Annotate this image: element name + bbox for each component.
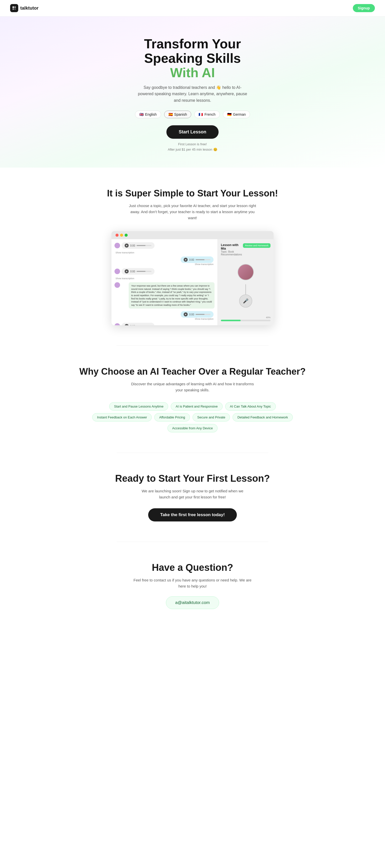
navbar: talktutor Signup: [0, 0, 385, 17]
svg-rect-0: [12, 6, 14, 8]
why-description: Discover the unique advantages of learni…: [129, 381, 256, 393]
feature-any-device: Accessible from Any Device: [168, 424, 217, 432]
mic-icon: 🎤: [243, 298, 248, 304]
ai-avatar-1: [115, 243, 120, 248]
label-spanish: Spanish: [174, 113, 187, 117]
user-audio-row-2: ▶ 0:00 Show transcription: [115, 311, 214, 320]
user-time-2: 0:00: [189, 313, 194, 316]
lesson-header: Lesson with Mia Topic: Book Recommendati…: [221, 243, 270, 256]
ready-section: Ready to Start Your First Lesson? We are…: [0, 453, 385, 542]
audio-player-3[interactable]: ▶ 0:00: [122, 323, 154, 325]
email-link[interactable]: a@aitalktutor.com: [166, 596, 219, 609]
teacher-panel: Lesson with Mia Topic: Book Recommendati…: [218, 239, 273, 325]
progress-track: [221, 320, 270, 321]
ready-heading: Ready to Start Your First Lesson?: [10, 473, 375, 484]
language-selector: 🇬🇧 English 🇪🇸 Spanish 🇫🇷 French 🇩🇪 Germa…: [10, 111, 375, 118]
transcript-link-4[interactable]: Show transcription: [194, 318, 213, 320]
ready-description: We are launching soon! Sign up now to ge…: [137, 488, 248, 500]
hero-accent: With AI: [170, 65, 215, 80]
feature-detailed-feedback: Detailed Feedback and Homework: [233, 413, 293, 422]
user-audio-player-2[interactable]: ▶ 0:00: [181, 311, 213, 318]
hero-section: Transform Your Speaking Skills With AI S…: [0, 17, 385, 167]
start-lesson-button[interactable]: Start Lesson: [167, 125, 218, 139]
user-audio-row: ▶ 0:00 Show transcription: [115, 256, 214, 266]
lesson-topic: Topic: Book Recommendations: [221, 250, 243, 256]
ai-audio-row-1: ▶ 0:00: [115, 242, 214, 249]
user-waveform-2: [196, 314, 210, 315]
browser-dot-green: [125, 234, 128, 237]
simple-description: Just choose a topic, pick your favorite …: [127, 203, 258, 221]
transcript-link-2[interactable]: Show transcription: [194, 263, 213, 266]
lang-german[interactable]: 🇩🇪 German: [223, 111, 250, 118]
label-german: German: [233, 113, 246, 117]
logo[interactable]: talktutor: [10, 4, 38, 12]
connector-line: [245, 284, 246, 294]
logo-icon: [10, 4, 18, 12]
lang-french[interactable]: 🇫🇷 French: [194, 111, 220, 118]
time-1: 0:00: [130, 244, 135, 247]
progress-container: 40%: [221, 316, 270, 321]
why-section: Why Choose an AI Teacher Over a Regular …: [0, 346, 385, 453]
feature-any-topic: AI Can Talk About Any Topic: [225, 402, 276, 411]
browser-bar: [112, 231, 273, 239]
feedback-bubble: Your response was good, but there are a …: [129, 282, 214, 309]
signup-button[interactable]: Signup: [353, 4, 375, 12]
progress-label: 40%: [221, 316, 270, 319]
cta-button[interactable]: Take the first free lesson today!: [148, 508, 237, 522]
lesson-title: Lesson with Mia: [221, 243, 243, 250]
feedback-row: Your response was good, but there are a …: [115, 282, 214, 309]
svg-rect-1: [14, 6, 16, 8]
flag-french: 🇫🇷: [199, 113, 203, 117]
flag-english: 🇬🇧: [139, 113, 144, 117]
faq-heading: Have a Question?: [10, 562, 375, 573]
time-2: 0:00: [130, 270, 135, 273]
ai-avatar-3: [115, 282, 120, 288]
flag-german: 🇩🇪: [227, 113, 232, 117]
feature-tags: Start and Pause Lessons Anytime AI is Pa…: [91, 402, 294, 432]
feature-secure: Secure and Private: [192, 413, 230, 422]
review-button[interactable]: Review and Homework: [243, 243, 270, 248]
label-english: English: [145, 113, 157, 117]
label-french: French: [204, 113, 215, 117]
user-time: 0:00: [189, 258, 194, 261]
feature-pricing: Affordable Pricing: [154, 413, 190, 422]
audio-player-2[interactable]: ▶ 0:00: [122, 268, 154, 275]
lang-english[interactable]: 🇬🇧 English: [135, 111, 161, 118]
user-waveform: [196, 259, 210, 260]
why-heading: Why Choose an AI Teacher Over a Regular …: [10, 366, 375, 377]
feature-start-pause: Start and Pause Lessons Anytime: [109, 402, 168, 411]
transcript-link-1[interactable]: Show transcription: [115, 251, 214, 254]
waveform-2: [137, 271, 151, 272]
lang-spanish[interactable]: 🇪🇸 Spanish: [164, 111, 191, 118]
browser-dot-red: [116, 234, 119, 237]
play-button-3[interactable]: ▶: [125, 324, 129, 325]
logo-text: talktutor: [20, 6, 38, 11]
faq-description: Feel free to contact us if you have any …: [129, 577, 256, 589]
ai-audio-row-3: ▶ 0:00: [115, 323, 214, 325]
feature-feedback: Instant Feedback on Each Answer: [92, 413, 152, 422]
faq-section: Have a Question? Feel free to contact us…: [0, 542, 385, 629]
user-play-btn[interactable]: ▶: [184, 258, 188, 262]
mic-button[interactable]: 🎤: [239, 294, 252, 308]
audio-player-1[interactable]: ▶ 0:00: [122, 242, 154, 249]
teacher-avatar-img: [238, 265, 253, 280]
subtext-free: First Lesson is free!: [10, 142, 375, 147]
ai-avatar-4: [115, 323, 120, 325]
flag-spanish: 🇪🇸: [169, 113, 173, 117]
start-button-wrapper: Start Lesson: [10, 125, 375, 142]
transcript-link-3[interactable]: Show transcription: [115, 277, 214, 280]
play-button-2[interactable]: ▶: [125, 269, 129, 273]
play-button-1[interactable]: ▶: [125, 244, 129, 248]
svg-rect-2: [12, 8, 14, 10]
hero-subtext: First Lesson is free! After just $1 per …: [10, 142, 375, 152]
chat-panel: ▶ 0:00 Show transcription ▶ 0:00 Show tr…: [112, 239, 218, 325]
user-audio-player[interactable]: ▶ 0:00: [181, 256, 213, 263]
browser-mockup: ▶ 0:00 Show transcription ▶ 0:00 Show tr…: [112, 231, 273, 325]
svg-rect-3: [14, 8, 16, 10]
progress-fill: [221, 320, 241, 321]
hero-headline: Transform Your Speaking Skills With AI: [117, 37, 268, 80]
hero-description: Say goodbye to traditional teachers and …: [137, 84, 248, 104]
browser-content: ▶ 0:00 Show transcription ▶ 0:00 Show tr…: [112, 239, 273, 325]
user-play-btn-2[interactable]: ▶: [184, 312, 188, 316]
ai-audio-row-2: ▶ 0:00: [115, 268, 214, 275]
